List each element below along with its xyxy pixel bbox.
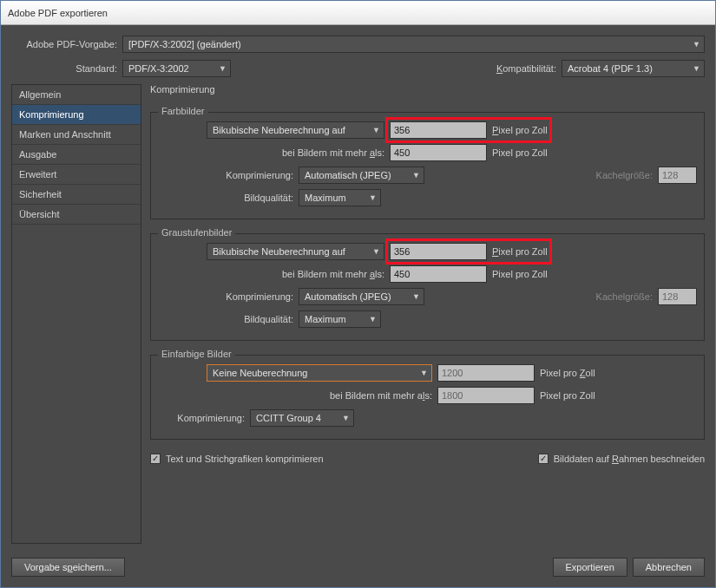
highlight-gray-target: 356 Pixel pro Zoll: [385, 238, 552, 265]
gray-threshold-input[interactable]: 450: [390, 265, 487, 283]
chevron-down-icon: ▼: [219, 64, 227, 73]
compress-text-checkbox[interactable]: ✓ Text und Strichgrafiken komprimieren: [150, 454, 324, 464]
chevron-down-icon: ▼: [412, 292, 420, 301]
compression-label: Komprimierung:: [158, 413, 245, 423]
checkmark-icon: ✓: [538, 454, 548, 464]
ppi-label: Pixel pro Zoll: [492, 125, 548, 135]
gray-target-input[interactable]: 356: [390, 243, 487, 260]
sidebar-item-output[interactable]: Ausgabe: [12, 145, 141, 165]
sidebar-item-marks[interactable]: Marken und Anschnitt: [12, 125, 141, 145]
quality-label: Bildqualität:: [158, 193, 293, 203]
threshold-label: bei Bildern mit mehr als:: [158, 390, 432, 401]
sidebar-item-summary[interactable]: Übersicht: [12, 205, 141, 225]
window-title: Adobe PDF exportieren: [8, 8, 108, 18]
threshold-label: bei Bildern mit mehr als:: [158, 147, 384, 158]
ppi-label: Pixel pro Zoll: [540, 390, 595, 401]
chevron-down-icon: ▼: [369, 315, 377, 323]
threshold-label: bei Bildern mit mehr als:: [158, 269, 384, 279]
mono-threshold-input: 1800: [437, 387, 535, 404]
color-threshold-input[interactable]: 450: [390, 144, 487, 161]
chevron-down-icon: ▼: [693, 64, 700, 73]
standard-combo[interactable]: PDF/X-3:2002 ▼: [122, 60, 231, 77]
gray-compression-combo[interactable]: Automatisch (JPEG)▼: [299, 288, 424, 305]
preset-value: [PDF/X-3:2002] (geändert): [128, 39, 241, 49]
crop-frames-checkbox[interactable]: ✓ Bilddaten auf Rahmen beschneiden: [538, 454, 705, 464]
quality-label: Bildqualität:: [158, 314, 293, 324]
checkbox-row: ✓ Text und Strichgrafiken komprimieren ✓…: [150, 454, 705, 464]
dialog-content: Adobe PDF-Vorgabe: [PDF/X-3:2002] (geänd…: [1, 25, 715, 587]
mono-target-input: 1200: [437, 364, 535, 382]
standard-label: Standard:: [11, 63, 117, 74]
compat-value: Acrobat 4 (PDF 1.3): [568, 63, 653, 74]
compat-combo[interactable]: Acrobat 4 (PDF 1.3) ▼: [562, 60, 705, 77]
color-compression-combo[interactable]: Automatisch (JPEG)▼: [299, 167, 424, 184]
standard-value: PDF/X-3:2002: [128, 63, 189, 74]
mono-group-title: Einfarbige Bilder: [158, 349, 235, 359]
chevron-down-icon: ▼: [372, 247, 380, 256]
dialog-footer: Vorgabe speichern... Exportieren Abbrech…: [11, 551, 705, 577]
color-images-group: Farbbilder Bikubische Neuberechnung auf▼…: [150, 112, 705, 219]
ppi-label: Pixel pro Zoll: [492, 269, 548, 279]
ppi-label: Pixel pro Zoll: [540, 368, 595, 378]
tile-label: Kachelgröße:: [596, 291, 653, 302]
category-sidebar: Allgemein Komprimierung Marken und Ansch…: [11, 84, 141, 544]
cancel-button[interactable]: Abbrechen: [633, 558, 705, 577]
gray-quality-combo[interactable]: Maximum▼: [299, 310, 381, 328]
chevron-down-icon: ▼: [420, 369, 428, 377]
main-panel: Komprimierung Farbbilder Bikubische Neub…: [150, 84, 705, 544]
chevron-down-icon: ▼: [693, 40, 700, 49]
export-button[interactable]: Exportieren: [553, 558, 627, 577]
sidebar-item-advanced[interactable]: Erweitert: [12, 165, 141, 185]
ppi-label: Pixel pro Zoll: [492, 147, 548, 158]
body-split: Allgemein Komprimierung Marken und Ansch…: [11, 84, 705, 544]
compat-label: KKompatibilität:ompatibilität:: [496, 63, 556, 74]
gray-group-title: Graustufenbilder: [158, 227, 235, 238]
preset-row: Adobe PDF-Vorgabe: [PDF/X-3:2002] (geänd…: [11, 36, 705, 53]
mono-downsample-combo[interactable]: Keine Neuberechnung▼: [207, 364, 432, 382]
chevron-down-icon: ▼: [342, 414, 350, 422]
compression-label: Komprimierung:: [158, 291, 293, 302]
preset-combo[interactable]: [PDF/X-3:2002] (geändert) ▼: [122, 36, 705, 53]
compression-label: Komprimierung:: [158, 170, 293, 180]
chevron-down-icon: ▼: [369, 193, 377, 202]
tile-label: Kachelgröße:: [596, 170, 653, 180]
gray-downsample-combo[interactable]: Bikubische Neuberechnung auf▼: [207, 243, 384, 260]
chevron-down-icon: ▼: [412, 171, 420, 180]
save-preset-button[interactable]: Vorgabe speichern...: [11, 558, 125, 577]
chevron-down-icon: ▼: [372, 126, 380, 134]
titlebar: Adobe PDF exportieren: [1, 1, 715, 25]
highlight-color-target: 356 Pixel pro Zoll: [385, 117, 552, 143]
color-tile-input: 128: [658, 167, 697, 184]
ppi-label: Pixel pro Zoll: [492, 246, 548, 257]
sidebar-item-general[interactable]: Allgemein: [12, 85, 141, 105]
color-target-input[interactable]: 356: [390, 121, 487, 139]
mono-compression-combo[interactable]: CCITT Group 4▼: [250, 409, 354, 427]
panel-title: Komprimierung: [150, 84, 705, 95]
sidebar-item-security[interactable]: Sicherheit: [12, 185, 141, 205]
standard-compat-row: Standard: PDF/X-3:2002 ▼ KKompatibilität…: [11, 60, 705, 77]
color-group-title: Farbbilder: [158, 106, 208, 116]
color-quality-combo[interactable]: Maximum▼: [299, 189, 381, 206]
mono-images-group: Einfarbige Bilder Keine Neuberechnung▼ 1…: [150, 355, 705, 440]
export-pdf-dialog: Adobe PDF exportieren Adobe PDF-Vorgabe:…: [0, 0, 716, 588]
gray-images-group: Graustufenbilder Bikubische Neuberechnun…: [150, 233, 705, 341]
crop-frames-label: Bilddaten auf Rahmen beschneiden: [554, 454, 705, 464]
sidebar-item-compression[interactable]: Komprimierung: [12, 105, 141, 125]
color-downsample-combo[interactable]: Bikubische Neuberechnung auf▼: [207, 121, 384, 139]
checkmark-icon: ✓: [150, 454, 161, 464]
gray-tile-input: 128: [658, 288, 697, 305]
preset-label: Adobe PDF-Vorgabe:: [11, 39, 117, 49]
